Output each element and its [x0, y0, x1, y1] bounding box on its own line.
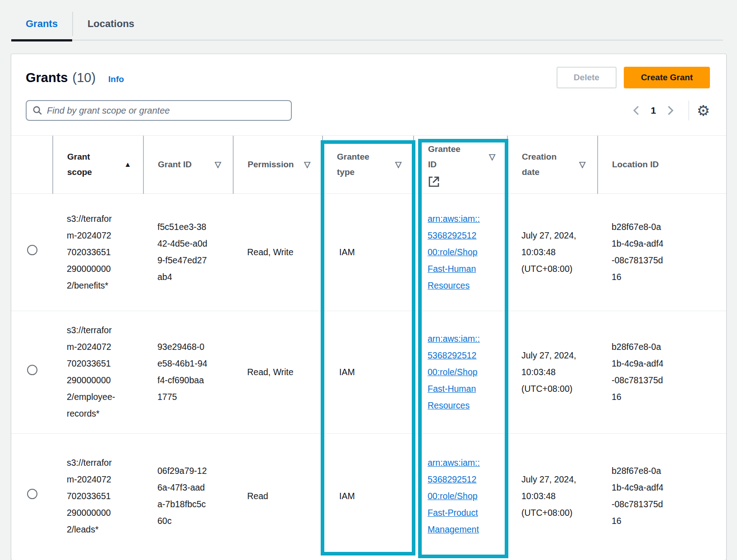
location-id-value: b28f67e8-0a1b-4c9a-adf4-08c781375d16: [612, 222, 663, 282]
column-label: Permission: [248, 157, 294, 172]
creation-date-cell: July 27, 2024, 10:03:48 (UTC+08:00): [507, 311, 598, 433]
column-label: Location ID: [612, 157, 659, 172]
info-link[interactable]: Info: [108, 74, 124, 84]
panel-header: Grants (10) Info Delete Create Grant: [11, 54, 726, 136]
header-content: Permission ▽: [234, 157, 322, 172]
grant-scope-value: s3://terraform-2024072702033651290000000…: [67, 214, 112, 290]
create-grant-button[interactable]: Create Grant: [624, 67, 710, 88]
grantee-type-value: IAM: [339, 367, 355, 377]
table-row: s3://terraform-2024072702033651290000000…: [11, 433, 726, 559]
column-header-grant-scope[interactable]: Grant scope ▲: [53, 136, 143, 193]
location-id-cell: b28f67e8-0a1b-4c9a-adf4-08c781375d16: [598, 193, 726, 311]
grants-panel: Grants (10) Info Delete Create Grant: [11, 54, 726, 560]
next-page-button[interactable]: [661, 105, 679, 116]
column-header-permission[interactable]: Permission ▽: [233, 136, 322, 193]
table-row: s3://terraform-2024072702033651290000000…: [11, 193, 726, 311]
selection-column-header: [11, 136, 53, 193]
sort-icon: ▽: [215, 160, 221, 170]
column-header-grant-id[interactable]: Grant ID ▽: [143, 136, 233, 193]
header-content: Grantee type ▽: [323, 149, 413, 180]
grant-id-cell: 93e29468-0e58-46b1-94f4-cf690baa1775: [143, 311, 233, 433]
grant-id-value: f5c51ee3-3842-4d5e-a0d9-f5e47ed27ab4: [157, 222, 207, 282]
sort-icon: ▽: [579, 160, 585, 170]
pager-divider: [688, 101, 689, 120]
chevron-right-icon: [666, 105, 675, 116]
gear-icon[interactable]: ⚙: [696, 103, 710, 118]
title-row: Grants (10) Info Delete Create Grant: [26, 67, 710, 88]
creation-date-value: July 27, 2024, 10:03:48 (UTC+08:00): [521, 474, 576, 518]
sort-icon: ▽: [304, 160, 310, 170]
grantee-type-value: IAM: [339, 491, 355, 501]
row-select-radio[interactable]: [27, 365, 37, 375]
search-icon: [32, 106, 42, 115]
tab-locations[interactable]: Locations: [73, 8, 149, 40]
grantee-type-cell: IAM: [322, 433, 414, 559]
column-header-location-id: Location ID: [598, 136, 726, 193]
permission-value: Read, Write: [247, 367, 294, 377]
grantee-type-cell: IAM: [322, 311, 414, 433]
column-header-grantee-type[interactable]: Grantee type ▽: [322, 136, 414, 193]
header-content: Grantee ID ▽: [414, 142, 507, 172]
sort-icon: ▽: [395, 160, 401, 170]
sort-ascending-icon: ▲: [124, 161, 131, 169]
grant-id-cell: f5c51ee3-3842-4d5e-a0d9-f5e47ed27ab4: [143, 193, 233, 311]
search-box[interactable]: [26, 100, 292, 121]
table-header-row: Grant scope ▲ Grant ID ▽ Permission ▽: [11, 136, 726, 193]
header-content: Grant ID ▽: [144, 157, 233, 172]
row-select-radio[interactable]: [27, 245, 37, 255]
permission-value: Read, Write: [247, 247, 294, 257]
creation-date-cell: July 27, 2024, 10:03:48 (UTC+08:00): [507, 433, 598, 559]
column-header-creation-date[interactable]: Creation date ▽: [507, 136, 598, 193]
grant-scope-cell: s3://terraform-2024072702033651290000000…: [53, 193, 143, 311]
external-link-icon: [428, 176, 440, 188]
grant-id-value: 93e29468-0e58-46b1-94f4-cf690baa1775: [157, 342, 207, 402]
tab-grants[interactable]: Grants: [11, 8, 72, 40]
location-id-cell: b28f67e8-0a1b-4c9a-adf4-08c781375d16: [598, 433, 726, 559]
delete-button[interactable]: Delete: [557, 67, 617, 88]
permission-cell: Read: [233, 433, 322, 559]
tabs-row: Grants Locations: [11, 8, 723, 41]
grant-id-value: 06f29a79-126a-47f3-aada-7b18fbc5c60c: [157, 466, 207, 526]
column-label: Creation date: [522, 149, 562, 180]
grants-count: (10): [72, 70, 96, 85]
header-actions: Delete Create Grant: [557, 67, 710, 88]
location-id-cell: b28f67e8-0a1b-4c9a-adf4-08c781375d16: [598, 311, 726, 433]
grantee-type-cell: IAM: [322, 193, 414, 311]
sort-icon: ▽: [489, 152, 495, 162]
grantee-id-cell: arn:aws:iam::536829251200:role/ShopFast-…: [414, 193, 507, 311]
controls-row: 1 ⚙: [26, 100, 710, 135]
selection-cell: [11, 433, 53, 559]
selection-cell: [11, 311, 53, 433]
location-id-value: b28f67e8-0a1b-4c9a-adf4-08c781375d16: [612, 342, 663, 402]
location-id-value: b28f67e8-0a1b-4c9a-adf4-08c781375d16: [612, 466, 663, 526]
grantee-type-value: IAM: [339, 247, 355, 257]
grant-scope-value: s3://terraform-2024072702033651290000000…: [67, 458, 112, 534]
creation-date-value: July 27, 2024, 10:03:48 (UTC+08:00): [521, 350, 576, 394]
search-input[interactable]: [47, 106, 285, 116]
column-label: Grantee ID: [428, 142, 469, 172]
grantee-id-link[interactable]: arn:aws:iam::536829251200:role/ShopFast-…: [428, 458, 480, 534]
current-page-number[interactable]: 1: [645, 105, 662, 116]
permission-cell: Read, Write: [233, 311, 322, 433]
page-title: Grants: [26, 70, 68, 85]
grantee-id-link[interactable]: arn:aws:iam::536829251200:role/ShopFast-…: [428, 334, 480, 410]
grant-scope-cell: s3://terraform-2024072702033651290000000…: [53, 433, 143, 559]
grant-scope-value: s3://terraform-2024072702033651290000000…: [67, 325, 115, 418]
row-select-radio[interactable]: [27, 489, 37, 499]
pagination: 1 ⚙: [627, 101, 710, 120]
external-link-row: [414, 172, 507, 188]
column-label: Grant scope: [67, 149, 108, 180]
header-content: Grant scope ▲: [53, 149, 143, 180]
column-label: Grantee type: [337, 149, 378, 180]
grant-id-cell: 06f29a79-126a-47f3-aada-7b18fbc5c60c: [143, 433, 233, 559]
creation-date-value: July 27, 2024, 10:03:48 (UTC+08:00): [521, 230, 576, 274]
chevron-left-icon: [632, 105, 641, 116]
previous-page-button[interactable]: [627, 105, 645, 116]
column-label: Grant ID: [158, 157, 192, 172]
grants-table: Grant scope ▲ Grant ID ▽ Permission ▽: [11, 136, 726, 559]
grantee-id-link[interactable]: arn:aws:iam::536829251200:role/ShopFast-…: [428, 214, 480, 290]
column-header-grantee-id[interactable]: Grantee ID ▽: [414, 136, 507, 193]
grantee-id-cell: arn:aws:iam::536829251200:role/ShopFast-…: [414, 311, 507, 433]
selection-cell: [11, 193, 53, 311]
header-content: Creation date ▽: [508, 149, 597, 180]
